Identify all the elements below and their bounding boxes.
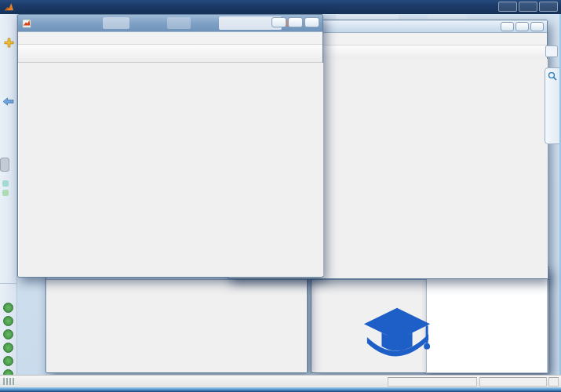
main-close-button[interactable] — [539, 2, 558, 12]
fig1-close-button[interactable] — [304, 17, 319, 27]
magnifier-icon — [548, 71, 557, 81]
matlab-icon — [4, 2, 14, 13]
fig2-maximize-button[interactable] — [515, 22, 529, 31]
fig2-close-button[interactable] — [530, 22, 544, 31]
main-minimize-button[interactable] — [498, 2, 517, 12]
figure-window-icon — [22, 19, 31, 28]
fig1-menubar — [18, 32, 322, 45]
fig1-minimize-button[interactable] — [271, 17, 286, 27]
fig1-toolbar — [18, 45, 322, 63]
comment-icon[interactable] — [3, 303, 13, 313]
comment-icon[interactable] — [3, 356, 13, 366]
left-scrollbar-thumb[interactable] — [0, 158, 9, 172]
workspace-tab[interactable] — [545, 67, 559, 144]
matlab-desktop — [0, 0, 561, 392]
new-script-icon[interactable] — [4, 38, 14, 48]
main-maximize-button[interactable] — [519, 2, 537, 12]
fig1-maximize-button[interactable] — [288, 17, 303, 27]
comment-icon[interactable] — [3, 343, 13, 353]
main-window-titlebar[interactable] — [0, 0, 561, 14]
fig2-minimize-button[interactable] — [501, 22, 514, 31]
main-statusbar — [0, 375, 561, 387]
figure-window-error-left[interactable] — [46, 267, 308, 373]
dock-collapse-button[interactable] — [545, 45, 558, 57]
biguo-watermark — [362, 303, 560, 372]
figure1-window[interactable] — [17, 14, 323, 278]
comment-icon[interactable] — [3, 329, 13, 339]
fig1-titlebar[interactable] — [18, 15, 322, 32]
error-left-plot — [47, 280, 307, 372]
comment-icon[interactable] — [3, 316, 13, 326]
training-comparison-plot — [19, 63, 323, 276]
statusbar-grip-icon[interactable] — [3, 378, 16, 385]
window-bottom-edge — [0, 387, 561, 392]
main-left-dock — [0, 14, 17, 375]
biguo-logo-cap-icon — [362, 303, 432, 368]
back-arrow-icon[interactable] — [2, 97, 14, 106]
